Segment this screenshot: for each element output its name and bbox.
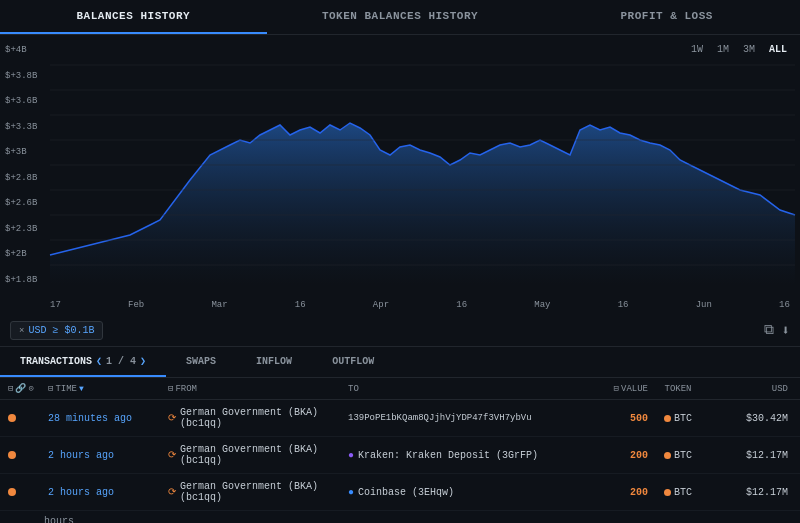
trans-tab-transactions[interactable]: TRANSACTIONS ❮ 1 / 4 ❯	[0, 347, 166, 377]
time-btn-1w[interactable]: 1W	[688, 43, 706, 56]
filter-from-icon: ⊟	[168, 383, 173, 394]
row3-from[interactable]: ⟳ German Government (BKA) (bc1qq)	[168, 481, 348, 503]
row3-value: 200	[568, 487, 648, 498]
table-row: 2 hours ago ⟳ German Government (BKA) (b…	[0, 437, 800, 474]
hours-label: hours	[44, 516, 74, 523]
row3-token: BTC	[648, 487, 708, 498]
link-icon: 🔗	[15, 383, 26, 394]
row2-usd: $12.17M	[708, 450, 788, 461]
row2-to-text: Kraken: Kraken Deposit (3GrFP)	[358, 450, 538, 461]
filter-icons: ⧉ ⬇	[764, 322, 790, 339]
time-label: TIME	[55, 384, 77, 394]
row3-usd: $12.17M	[708, 487, 788, 498]
trans-tab-swaps-label: SWAPS	[186, 356, 216, 367]
row3-dot-cell	[8, 488, 48, 496]
col-time-header[interactable]: ⊟ TIME ▼	[48, 383, 168, 394]
transactions-header: TRANSACTIONS ❮ 1 / 4 ❯ SWAPS INFLOW OUTF…	[0, 347, 800, 378]
time-btn-3m[interactable]: 3M	[740, 43, 758, 56]
filter-badge[interactable]: × USD ≥ $0.1B	[10, 321, 103, 340]
time-btn-1m[interactable]: 1M	[714, 43, 732, 56]
row3-status-dot	[8, 488, 16, 496]
row1-token-dot	[664, 415, 671, 422]
row2-token-name: BTC	[674, 450, 692, 461]
row3-gov-icon: ⟳	[168, 486, 176, 498]
bottom-area: hours	[0, 511, 800, 523]
pagination: ❮ 1 / 4 ❯	[96, 355, 146, 367]
trans-tab-inflow-label: INFLOW	[256, 356, 292, 367]
filter-bar: × USD ≥ $0.1B ⧉ ⬇	[0, 315, 800, 347]
row3-token-name: BTC	[674, 487, 692, 498]
row1-usd: $30.42M	[708, 413, 788, 424]
from-label: FROM	[175, 384, 197, 394]
tab-profit-loss[interactable]: PROFIT & LOSS	[533, 0, 800, 34]
row1-value: 500	[568, 413, 648, 424]
download-icon[interactable]: ⬇	[782, 322, 790, 339]
row2-value: 200	[568, 450, 648, 461]
header-tabs: BALANCES HISTORY TOKEN BALANCES HISTORY …	[0, 0, 800, 35]
col-usd-header[interactable]: USD	[708, 384, 788, 394]
filter-icon[interactable]: ⊟	[8, 383, 13, 394]
tab-balances-history[interactable]: BALANCES HISTORY	[0, 0, 267, 34]
row3-coinbase-icon: ●	[348, 487, 354, 498]
spinner-icon: ⊙	[28, 383, 33, 394]
col-headers: ⊟ 🔗 ⊙ ⊟ TIME ▼ ⊟ FROM TO ⊟ VALUE TOKEN U…	[0, 378, 800, 400]
row2-kraken-icon: ●	[348, 450, 354, 461]
row1-from-text: German Government (BKA) (bc1qq)	[180, 407, 348, 429]
page-indicator: 1 / 4	[106, 356, 136, 367]
row2-dot-cell	[8, 451, 48, 459]
row1-token: BTC	[648, 413, 708, 424]
time-sort-icon[interactable]: ▼	[79, 384, 84, 393]
usd-label: USD	[772, 384, 788, 394]
row3-token-dot	[664, 489, 671, 496]
row2-time[interactable]: 2 hours ago	[48, 450, 168, 461]
row2-from-text: German Government (BKA) (bc1qq)	[180, 444, 348, 466]
table-row: 28 minutes ago ⟳ German Government (BKA)…	[0, 400, 800, 437]
value-label: VALUE	[621, 384, 648, 394]
row1-token-name: BTC	[674, 413, 692, 424]
row2-gov-icon: ⟳	[168, 449, 176, 461]
chart-area: 1W 1M 3M ALL $+4B $+3.8B $+3.6B $+3.3B $…	[0, 35, 800, 315]
token-label: TOKEN	[664, 384, 691, 394]
trans-tab-outflow-label: OUTFLOW	[332, 356, 374, 367]
time-btn-all[interactable]: ALL	[766, 43, 790, 56]
filter-value-icon: ⊟	[614, 383, 619, 394]
copy-icon[interactable]: ⧉	[764, 322, 774, 339]
col-token-header[interactable]: TOKEN	[648, 384, 708, 394]
filter-badge-label: USD ≥ $0.1B	[28, 325, 94, 336]
row3-from-text: German Government (BKA) (bc1qq)	[180, 481, 348, 503]
row2-to[interactable]: ● Kraken: Kraken Deposit (3GrFP)	[348, 450, 568, 461]
col-to-header[interactable]: TO	[348, 384, 568, 394]
row1-from[interactable]: ⟳ German Government (BKA) (bc1qq)	[168, 407, 348, 429]
to-label: TO	[348, 384, 359, 394]
next-page-arrow[interactable]: ❯	[140, 355, 146, 367]
trans-tab-outflow[interactable]: OUTFLOW	[312, 348, 394, 377]
prev-page-arrow[interactable]: ❮	[96, 355, 102, 367]
trans-tab-inflow[interactable]: INFLOW	[236, 348, 312, 377]
row1-to-text: 139PoPE1bKQam8QJjhVjYDP47f3VH7ybVu	[348, 413, 532, 423]
chart-svg	[0, 35, 800, 315]
col-value-header[interactable]: ⊟ VALUE	[568, 383, 648, 394]
row3-to-text: Coinbase (3EHqw)	[358, 487, 454, 498]
filter-close-icon[interactable]: ×	[19, 326, 24, 336]
row1-gov-icon: ⟳	[168, 412, 176, 424]
row1-to[interactable]: 139PoPE1bKQam8QJjhVjYDP47f3VH7ybVu	[348, 413, 568, 423]
table-row: 2 hours ago ⟳ German Government (BKA) (b…	[0, 474, 800, 511]
filter-time-icon: ⊟	[48, 383, 53, 394]
row1-time[interactable]: 28 minutes ago	[48, 413, 168, 424]
row2-status-dot	[8, 451, 16, 459]
tab-token-balances-history[interactable]: TOKEN BALANCES HISTORY	[267, 0, 534, 34]
col-icons: ⊟ 🔗 ⊙	[8, 383, 48, 394]
row3-to[interactable]: ● Coinbase (3EHqw)	[348, 487, 568, 498]
row2-token: BTC	[648, 450, 708, 461]
col-from-header[interactable]: ⊟ FROM	[168, 383, 348, 394]
row2-from[interactable]: ⟳ German Government (BKA) (bc1qq)	[168, 444, 348, 466]
chart-time-controls: 1W 1M 3M ALL	[688, 43, 790, 56]
row2-token-dot	[664, 452, 671, 459]
transactions-section: TRANSACTIONS ❮ 1 / 4 ❯ SWAPS INFLOW OUTF…	[0, 347, 800, 523]
row1-dot-cell	[8, 414, 48, 422]
trans-tab-transactions-label: TRANSACTIONS	[20, 356, 92, 367]
row1-status-dot	[8, 414, 16, 422]
trans-tab-swaps[interactable]: SWAPS	[166, 348, 236, 377]
row3-time[interactable]: 2 hours ago	[48, 487, 168, 498]
